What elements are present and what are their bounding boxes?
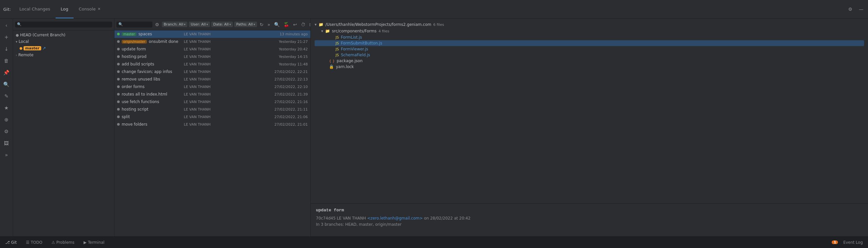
js-icon-formsubmit: JS: [336, 41, 339, 45]
git-tree-search[interactable]: 🔍: [15, 22, 112, 28]
commit-date: 27/02/2022, 22:21: [238, 70, 308, 74]
commit-detail: 70c74d45 LE VAN THANH <zero.lethanh@gmai…: [316, 215, 863, 228]
tab-local-changes[interactable]: Local Changes: [14, 0, 55, 18]
close-console-icon[interactable]: ✕: [97, 7, 100, 11]
search-icon[interactable]: 🔍: [2, 80, 11, 89]
git-tree-search-input[interactable]: [23, 22, 110, 27]
delete-icon[interactable]: 🗑: [3, 57, 10, 65]
gear-icon[interactable]: ⚙: [3, 127, 10, 136]
commit-row[interactable]: origin/masteronsubmit doneLE VAN THANHYe…: [115, 38, 310, 45]
tree-item-local[interactable]: ▾ Local: [13, 38, 114, 45]
update-icon[interactable]: ↓: [3, 45, 10, 53]
log-content: masterspacesLE VAN THANH13 minutes agoor…: [115, 30, 310, 236]
commit-row[interactable]: remove unused libsLE VAN THANH27/02/2022…: [115, 75, 310, 83]
tab-log[interactable]: Log: [56, 0, 73, 18]
cherry-pick-icon[interactable]: 🍒: [282, 21, 290, 28]
folder-expand-icon: ▾: [315, 22, 317, 27]
add-icon[interactable]: +: [3, 33, 10, 41]
more-icon[interactable]: »: [4, 151, 9, 159]
file-row-formviewer[interactable]: JS FormViewer.js: [315, 46, 864, 52]
commit-dot: [117, 123, 120, 126]
commit-row[interactable]: order formsLE VAN THANH27/02/2022, 22:10: [115, 83, 310, 91]
back-icon[interactable]: ‹: [4, 21, 9, 30]
refresh-icon[interactable]: ↻: [258, 21, 265, 28]
commit-author: LE VAN THANH: [184, 62, 236, 66]
commit-date: 27/02/2022, 21:06: [238, 115, 308, 119]
title-bar-actions: ⚙ —: [847, 6, 865, 12]
commit-dot: [117, 100, 120, 103]
log-panel: 🔍 ⚙ Branch: All ▾ User: All ▾ Date: All …: [115, 19, 311, 236]
log-search-input[interactable]: [124, 22, 150, 27]
commit-row[interactable]: routes all to index.htmlLE VAN THANH27/0…: [115, 91, 310, 98]
user-filter[interactable]: User: All ▾: [189, 22, 210, 27]
git-tree-panel: 🔍 ● HEAD (Current Branch) ▾ Local master…: [13, 19, 115, 236]
image-icon[interactable]: 🖼: [3, 139, 10, 148]
commit-row[interactable]: hosting scriptLE VAN THANH27/02/2022, 21…: [115, 106, 310, 113]
pin-icon[interactable]: 📌: [2, 68, 11, 77]
settings-icon[interactable]: ⚙: [847, 6, 854, 12]
head-icon: ●: [16, 33, 19, 37]
commit-hash: 70c74d45: [316, 216, 336, 220]
commit-row[interactable]: masterspacesLE VAN THANH13 minutes ago: [115, 30, 310, 38]
edit-icon[interactable]: ✎: [3, 92, 10, 100]
search-icon-small: 🔍: [17, 22, 22, 27]
undo-icon[interactable]: ↩: [292, 21, 298, 28]
commit-row[interactable]: add build scriptsLE VAN THANHYesterday 1…: [115, 61, 310, 68]
history-icon[interactable]: ⏱: [300, 21, 307, 28]
tree-item-master[interactable]: master ↗: [13, 45, 114, 52]
branch-filter[interactable]: Branch: All ▾: [162, 22, 188, 27]
file-row-formlist[interactable]: JS FormList.js: [315, 34, 864, 40]
paths-filter[interactable]: Paths: All ▾: [234, 22, 257, 27]
bottom-tab-problems[interactable]: ⚠ Problems: [49, 239, 77, 246]
tree-item-head[interactable]: ● HEAD (Current Branch): [13, 32, 114, 38]
log-settings-icon[interactable]: ⚙: [154, 21, 161, 28]
file-row-yarnlock[interactable]: 🔒 yarn.lock: [315, 64, 864, 70]
js-icon-formlist: JS: [336, 35, 339, 39]
plus-circle-icon[interactable]: ⊕: [3, 116, 10, 124]
file-name-schemafield: SchemaField.js: [341, 53, 370, 57]
commit-row[interactable]: hosting:prodLE VAN THANHYesterday 14:15: [115, 53, 310, 61]
star-icon[interactable]: ★: [3, 104, 10, 112]
lock-icon: 🔒: [329, 64, 334, 69]
file-row-schemafield[interactable]: JS SchemaField.js: [315, 52, 864, 58]
bottom-tab-git[interactable]: ⎇ Git: [3, 239, 19, 246]
commit-subject-text: onsubmit done: [149, 39, 178, 44]
log-search2-icon[interactable]: 🔍: [273, 21, 281, 28]
log-search[interactable]: 🔍: [117, 22, 152, 28]
commit-date: Yesterday 20:42: [238, 47, 308, 51]
commit-author: LE VAN THANH: [184, 92, 236, 96]
commit-row[interactable]: update formLE VAN THANHYesterday 20:42: [115, 45, 310, 53]
grid-icon[interactable]: ⊞: [308, 21, 311, 28]
more-filters-icon[interactable]: »: [266, 21, 272, 28]
commit-date: 27/02/2022, 21:39: [238, 92, 308, 96]
commit-date: 27/02/2022, 21:11: [238, 107, 308, 112]
commit-row[interactable]: use fetch functionsLE VAN THANH27/02/202…: [115, 98, 310, 106]
minimize-icon[interactable]: —: [858, 6, 865, 12]
tree-item-remote[interactable]: › Remote: [13, 52, 114, 58]
event-log-tab[interactable]: Event Log: [840, 239, 865, 246]
head-label: HEAD (Current Branch): [20, 33, 65, 37]
commit-row[interactable]: move foldersLE VAN THANH27/02/2022, 21:0…: [115, 121, 310, 128]
commit-row[interactable]: change favicon; app infosLE VAN THANH27/…: [115, 68, 310, 75]
file-name-formsubmit: FormSubmitButton.js: [341, 41, 382, 45]
log-toolbar: 🔍 ⚙ Branch: All ▾ User: All ▾ Date: All …: [115, 19, 310, 30]
commit-dot: [117, 116, 120, 118]
git-tree-content: ● HEAD (Current Branch) ▾ Local master ↗…: [13, 30, 114, 236]
file-row-packagejson[interactable]: { } package.json: [315, 58, 864, 64]
date-filter[interactable]: Date: All ▾: [211, 22, 233, 27]
commit-subject-text: move folders: [122, 122, 147, 127]
bottom-tab-terminal[interactable]: ▶ Terminal: [81, 239, 107, 246]
commit-date: Yesterday 21:27: [238, 39, 308, 44]
master-badge: master: [24, 46, 41, 51]
file-name-packagejson: package.json: [337, 59, 363, 63]
tab-console[interactable]: Console ✕: [73, 0, 106, 18]
title-bar: Git: Local Changes Log Console ✕ ⚙ —: [0, 0, 868, 19]
commit-subject: update form: [316, 208, 863, 213]
commit-row[interactable]: splitLE VAN THANH27/02/2022, 21:06: [115, 113, 310, 121]
bottom-tab-todo[interactable]: ☰ TODO: [23, 239, 45, 246]
commit-author: LE VAN THANH: [184, 55, 236, 59]
commit-dot: [117, 63, 120, 65]
commit-author: LE VAN THANH: [184, 47, 236, 51]
file-row-formsubmit[interactable]: JS FormSubmitButton.js: [315, 40, 864, 46]
sub-file-count: 4 files: [378, 29, 389, 33]
